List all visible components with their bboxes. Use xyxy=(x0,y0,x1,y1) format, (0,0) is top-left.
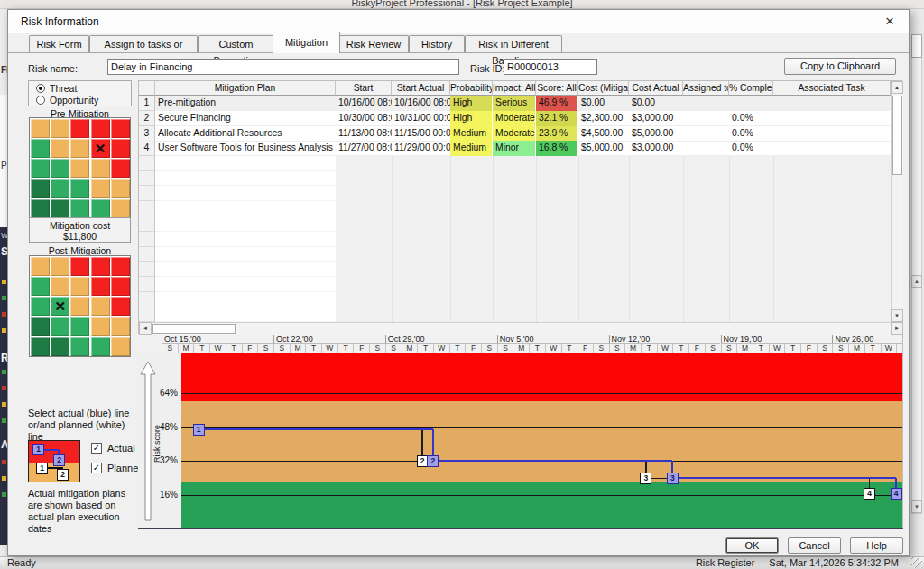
matrix-cell[interactable] xyxy=(111,277,130,296)
matrix-cell[interactable] xyxy=(91,159,110,178)
timeline-day-cell[interactable]: M xyxy=(624,344,641,353)
matrix-cell[interactable] xyxy=(111,337,130,356)
cell-pct_complete[interactable]: 0.0% xyxy=(729,141,773,156)
matrix-cell[interactable] xyxy=(31,159,50,178)
timeline-day-cell[interactable]: S xyxy=(162,344,178,353)
chart-line-actual[interactable] xyxy=(433,460,673,462)
cell-score[interactable]: 32.1 % xyxy=(536,111,578,126)
matrix-cell[interactable] xyxy=(51,257,69,276)
matrix-cell[interactable] xyxy=(70,199,89,218)
timeline-day-cell[interactable]: W xyxy=(657,344,673,353)
timeline-day-cell[interactable]: F xyxy=(800,344,817,353)
ok-button[interactable]: OK xyxy=(725,537,779,554)
cell-num[interactable]: 2 xyxy=(139,111,155,126)
tab-risk-in-different-baselines[interactable]: Risk in Different Baselines xyxy=(465,35,562,53)
checkbox-planned[interactable]: ✓Planned xyxy=(91,463,143,473)
copy-to-clipboard-button[interactable]: Copy to Clipboard xyxy=(784,58,896,75)
matrix-cell[interactable] xyxy=(111,257,130,276)
cell-cost_actual[interactable]: $3,000.00 xyxy=(629,141,683,156)
matrix-cell[interactable] xyxy=(91,257,110,276)
column-header-cost[interactable]: Cost (Mitigatio xyxy=(578,81,629,96)
chart-box-actual-1[interactable]: 1 xyxy=(193,424,205,436)
cell-cost_actual[interactable]: $5,000.00 xyxy=(629,126,683,142)
column-header-probability[interactable]: Probability: xyxy=(450,81,493,96)
timeline-day-cell[interactable]: W xyxy=(209,344,226,353)
table-hscroll-thumb[interactable] xyxy=(152,324,236,334)
cell-associated_task[interactable] xyxy=(773,141,891,156)
radio-threat[interactable]: Threat xyxy=(36,83,77,94)
timeline-day-cell[interactable]: T xyxy=(784,344,800,353)
matrix-cell[interactable] xyxy=(111,317,130,336)
scroll-down-icon[interactable]: ▼ xyxy=(891,309,903,322)
timeline-day-cell[interactable]: W xyxy=(881,344,897,353)
tab-custom-properties[interactable]: Custom Properties xyxy=(198,35,274,53)
matrix-cell[interactable] xyxy=(91,199,110,218)
timeline-day-cell[interactable]: T xyxy=(672,344,688,353)
timeline-day-cell[interactable]: T xyxy=(337,344,354,353)
chart-box-actual-2[interactable]: 2 xyxy=(427,455,439,467)
timeline-day-cell[interactable]: T xyxy=(193,344,209,353)
table-row[interactable]: 4User Software Tools for Business Analys… xyxy=(139,141,891,156)
cell-plan[interactable]: Allocate Additional Resources xyxy=(155,126,336,142)
cell-cost[interactable]: $4,500.00 xyxy=(578,126,629,142)
cell-start_actual[interactable]: 10/31/00 00:00 xyxy=(392,111,450,126)
tab-risk-review[interactable]: Risk Review xyxy=(338,35,409,53)
matrix-cell[interactable] xyxy=(70,277,89,296)
cell-impact[interactable]: Moderate xyxy=(493,126,536,142)
timeline-day-cell[interactable]: W xyxy=(321,344,337,353)
timeline-day-cell[interactable]: S xyxy=(609,344,625,353)
timeline-day-cell[interactable]: F xyxy=(577,344,593,353)
chart-line-actual[interactable] xyxy=(672,477,896,479)
matrix-cell[interactable] xyxy=(70,317,89,336)
matrix-cell[interactable] xyxy=(51,139,69,158)
column-header-cost_actual[interactable]: Cost Actual xyxy=(629,81,683,96)
timeline-day-cell[interactable]: W xyxy=(433,344,449,353)
cell-probability[interactable]: High xyxy=(450,111,493,126)
cell-assigned_to[interactable] xyxy=(683,111,729,126)
cell-probability[interactable]: Medium xyxy=(450,126,493,142)
cell-assigned_to[interactable] xyxy=(683,96,729,111)
column-header-num[interactable] xyxy=(139,81,155,96)
cell-score[interactable]: 16.8 % xyxy=(536,141,578,156)
cancel-button[interactable]: Cancel xyxy=(788,537,841,554)
cell-num[interactable]: 3 xyxy=(139,126,155,142)
chart-box-planned-3[interactable]: 3 xyxy=(640,473,651,484)
risk-name-input[interactable] xyxy=(107,59,459,75)
timeline-day-cell[interactable]: M xyxy=(402,344,418,353)
cell-associated_task[interactable] xyxy=(773,126,891,142)
timeline-day-cell[interactable]: S xyxy=(497,344,513,353)
timeline-day-cell[interactable]: T xyxy=(449,344,466,353)
timeline-day-cell[interactable]: S xyxy=(817,344,833,353)
column-header-plan[interactable]: Mitigation Plan xyxy=(155,81,336,96)
chart-box-actual-3[interactable]: 3 xyxy=(667,473,679,484)
cell-cost[interactable]: $2,300.00 xyxy=(578,111,629,126)
matrix-cell[interactable] xyxy=(31,199,50,218)
risk-id-input[interactable] xyxy=(504,59,597,75)
cell-probability[interactable]: High xyxy=(450,96,493,111)
timeline-day-cell[interactable]: F xyxy=(353,344,369,353)
matrix-cell[interactable] xyxy=(31,257,50,276)
resize-grip-icon[interactable] xyxy=(911,557,922,568)
cell-plan[interactable]: Pre-mitigation xyxy=(155,96,336,111)
cell-start_actual[interactable]: 10/16/00 08:00 xyxy=(392,96,450,111)
timeline-week-label[interactable]: Nov 5,'00 xyxy=(497,335,609,344)
cell-num[interactable]: 4 xyxy=(139,141,155,156)
timeline-day-cell[interactable]: T xyxy=(529,344,545,353)
checkbox-planned-icon[interactable]: ✓ xyxy=(91,463,102,473)
cell-plan[interactable]: Secure Financing xyxy=(155,111,336,126)
cell-cost_actual[interactable]: $3,000.00 xyxy=(629,111,683,126)
column-header-pct_complete[interactable]: % Complet xyxy=(729,81,773,96)
matrix-cell[interactable] xyxy=(70,119,89,138)
timeline-day-cell[interactable]: W xyxy=(545,344,561,353)
matrix-cell[interactable] xyxy=(91,179,110,198)
cell-assigned_to[interactable] xyxy=(683,141,729,156)
cell-impact[interactable]: Moderate xyxy=(493,111,536,126)
checkbox-actual-icon[interactable]: ✓ xyxy=(91,443,102,454)
timeline-week-label[interactable]: Oct 29,'00 xyxy=(385,335,497,344)
risk-marker-x-icon[interactable]: ✕ xyxy=(91,139,110,158)
scroll-left-icon[interactable]: ◄ xyxy=(139,322,152,335)
matrix-cell[interactable] xyxy=(70,257,89,276)
cell-pct_complete[interactable] xyxy=(729,96,773,111)
radio-opportunity[interactable]: Opportunity xyxy=(36,95,98,106)
cell-start[interactable]: 10/30/00 08:00 xyxy=(336,111,392,126)
